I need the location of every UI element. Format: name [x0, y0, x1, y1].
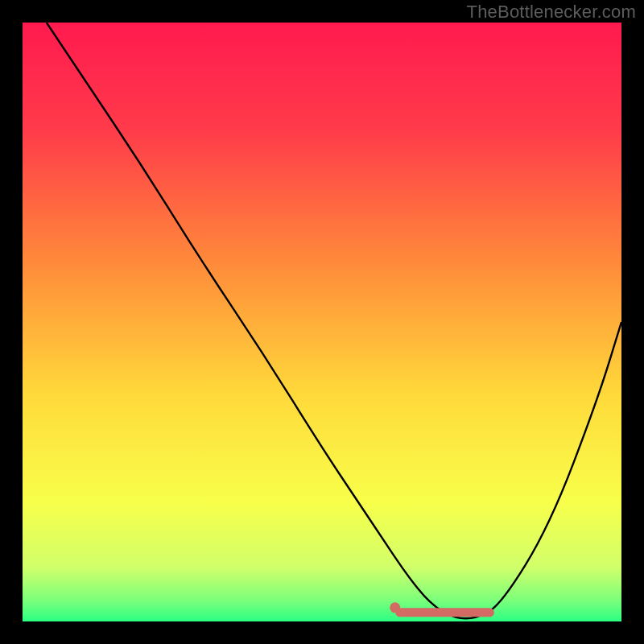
svg-point-1 [390, 602, 400, 613]
watermark-text: TheBottlenecker.com [467, 2, 636, 23]
chart-frame: TheBottlenecker.com [0, 0, 644, 644]
bottleneck-chart [0, 0, 644, 644]
plot-background [23, 23, 621, 621]
